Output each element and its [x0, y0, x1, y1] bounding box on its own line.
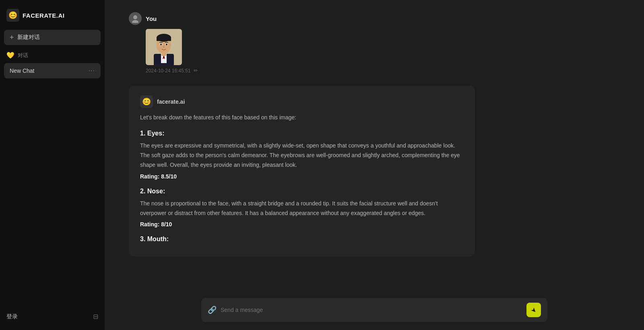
svg-point-0 — [133, 15, 137, 19]
user-name: You — [146, 15, 157, 22]
new-chat-label: 新建对话 — [17, 34, 40, 41]
section-text: 对话 — [18, 52, 28, 59]
rating-value-nose: 8/10 — [161, 221, 172, 228]
chat-area: You — [105, 0, 644, 293]
send-icon: ➤ — [529, 305, 539, 315]
chat-item-label: New Chat — [10, 68, 34, 74]
rating-value-eyes: 8.5/10 — [161, 173, 177, 180]
rating-label-eyes: Rating — [140, 173, 158, 180]
rating-nose: Rating: 8/10 — [140, 221, 464, 228]
new-chat-button[interactable]: + 新建对话 — [4, 30, 101, 45]
logo-emoji: 😊 — [8, 11, 17, 20]
user-message: You — [129, 12, 620, 74]
attach-icon[interactable]: 🔗 — [208, 305, 217, 314]
section-body-nose: The nose is proportional to the face, wi… — [140, 199, 464, 218]
edit-icon[interactable]: ✏ — [194, 68, 198, 74]
user-image-container — [146, 29, 182, 65]
section-emoji: 💛 — [6, 51, 14, 59]
ai-name: facerate.ai — [157, 98, 185, 105]
svg-point-16 — [163, 45, 165, 48]
plus-icon: + — [10, 34, 14, 41]
ai-message: 😊 facerate.ai Let's break down the featu… — [129, 86, 475, 256]
chat-item[interactable]: New Chat ··· — [4, 63, 101, 78]
collapse-icon[interactable]: ⊟ — [93, 313, 98, 320]
login-button[interactable]: 登录 — [6, 313, 18, 320]
user-photo — [146, 29, 182, 65]
chat-list: New Chat ··· — [0, 62, 105, 308]
user-avatar — [129, 12, 142, 25]
svg-point-12 — [160, 43, 162, 45]
rating-eyes: Rating: 8.5/10 — [140, 173, 464, 180]
app-title: FACERATE.AI — [23, 12, 64, 19]
ai-header: 😊 facerate.ai — [140, 95, 464, 108]
message-input[interactable] — [221, 307, 522, 313]
svg-rect-9 — [157, 37, 171, 41]
svg-point-1 — [132, 20, 138, 23]
sidebar-footer: 登录 ⊟ — [0, 308, 105, 325]
section-eyes: 1. Eyes: The eyes are expressive and sym… — [140, 130, 464, 179]
section-title-mouth: 3. Mouth: — [140, 236, 464, 243]
ai-avatar-emoji: 😊 — [142, 97, 151, 106]
logo-icon: 😊 — [6, 9, 19, 22]
section-title-eyes: 1. Eyes: — [140, 130, 464, 137]
sidebar: 😊 FACERATE.AI + 新建对话 💛 对话 New Chat ··· 登… — [0, 0, 105, 330]
main-content: You — [105, 0, 644, 330]
section-body-eyes: The eyes are expressive and symmetrical,… — [140, 141, 464, 170]
svg-rect-14 — [159, 42, 163, 43]
ai-avatar: 😊 — [140, 95, 153, 108]
section-label: 💛 对话 — [0, 48, 105, 62]
input-box: 🔗 ➤ — [201, 298, 547, 322]
svg-rect-15 — [165, 42, 168, 43]
input-area: 🔗 ➤ — [105, 293, 644, 330]
ai-intro: Let's break down the features of this fa… — [140, 113, 464, 122]
timestamp-row: 2024-10-24 16:45:51 ✏ — [146, 68, 198, 74]
sidebar-header: 😊 FACERATE.AI — [0, 5, 105, 28]
section-title-nose: 2. Nose: — [140, 188, 464, 195]
section-nose: 2. Nose: The nose is proportional to the… — [140, 188, 464, 228]
svg-point-13 — [166, 43, 167, 45]
chat-item-menu[interactable]: ··· — [89, 67, 95, 74]
rating-label-nose: Rating — [140, 221, 158, 228]
section-mouth: 3. Mouth: — [140, 236, 464, 243]
timestamp: 2024-10-24 16:45:51 — [146, 68, 190, 74]
send-button[interactable]: ➤ — [526, 303, 541, 317]
user-header: You — [129, 12, 157, 25]
